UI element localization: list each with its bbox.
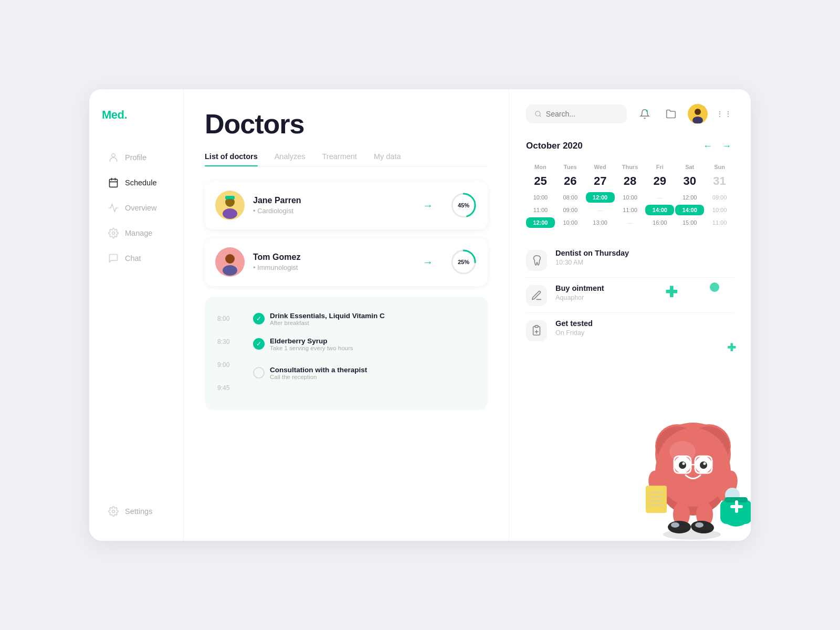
med-text-1: Elderberry Syrup Take 1 serving every tw…: [270, 337, 353, 351]
sidebar-item-chat[interactable]: Chat: [102, 248, 171, 269]
med-text-0: Drink Essentials, Liquid Vitamin C After…: [270, 312, 385, 326]
doctor-info-tom: Tom Gomez Immunologist: [253, 253, 414, 271]
day-header-sat: Sat: [675, 162, 704, 172]
notification-button[interactable]: [635, 104, 654, 123]
sidebar-label-settings: Settings: [125, 507, 152, 516]
date-25[interactable]: 25: [526, 172, 555, 190]
svg-point-57: [720, 497, 751, 527]
med-sub-2: Call the reception: [270, 374, 367, 380]
time-800: 8:00: [217, 307, 243, 330]
slot-2-3: —: [616, 217, 645, 228]
prev-month-button[interactable]: ←: [700, 139, 715, 153]
cal-times-row2: 12:00 10:00 13:00 — 16:00 15:00 11:00: [526, 217, 734, 228]
calendar-nav: ← →: [700, 139, 734, 153]
svg-point-30: [655, 424, 699, 468]
slot-2-0[interactable]: 12:00: [526, 217, 555, 228]
med-item-2: Consultation with a therapist Call the r…: [253, 360, 475, 386]
slot-0-5: 12:00: [675, 192, 704, 203]
svg-point-17: [223, 265, 237, 276]
med-item-1: ✓ Elderberry Syrup Take 1 serving every …: [253, 332, 475, 355]
task-item-1: Buy ointment Aquaphor: [526, 278, 734, 313]
date-30[interactable]: 30: [675, 172, 704, 190]
progress-ring-tom: 25%: [450, 248, 477, 276]
calendar-section: October 2020 ← → Mon Tues Wed Thurs Fri …: [526, 139, 734, 228]
slot-1-5[interactable]: 14:00: [675, 205, 704, 215]
svg-point-9: [223, 208, 237, 219]
day-header-wed: Wed: [586, 162, 615, 172]
task-sub-1: Aquaphor: [555, 294, 734, 301]
doctor-card-tom[interactable]: Tom Gomez Immunologist → 25%: [205, 238, 488, 286]
sidebar-item-overview[interactable]: Overview: [102, 197, 171, 218]
svg-rect-1: [110, 179, 118, 187]
med-entries: ✓ Drink Essentials, Liquid Vitamin C Aft…: [253, 307, 475, 400]
day-header-tues: Tues: [556, 162, 585, 172]
tasks-section: Dentist on Thursday 10:30 AM Buy ointmen…: [526, 243, 734, 348]
day-header-mon: Mon: [526, 162, 555, 172]
nav-items: Profile Schedule Overview Manage: [102, 147, 171, 501]
sidebar: Med. Profile Schedule Overview: [89, 89, 184, 541]
calendar-day-headers: Mon Tues Wed Thurs Fri Sat Sun: [526, 162, 734, 172]
avatar-tom: [215, 247, 245, 277]
sidebar-item-schedule[interactable]: Schedule: [102, 172, 171, 193]
svg-point-39: [695, 456, 712, 473]
slot-1-3: 11:00: [616, 205, 645, 215]
task-sub-2: On Friday: [555, 329, 734, 337]
time-830: 8:30: [217, 330, 243, 353]
more-button[interactable]: ⋮⋮: [715, 104, 734, 123]
cal-times-row0: 10:00 08:00 12:00 10:00 — 12:00 09:00: [526, 192, 734, 203]
date-27[interactable]: 27: [586, 172, 615, 190]
sidebar-item-profile[interactable]: Profile: [102, 147, 171, 168]
sidebar-label-overview: Overview: [125, 204, 156, 212]
time-entries: 8:00 8:30 9:00 9:45: [217, 307, 243, 400]
svg-rect-41: [695, 456, 712, 473]
doctor-spec-jane: Cardiologist: [253, 207, 414, 215]
svg-point-38: [674, 456, 691, 473]
tab-list-of-doctors[interactable]: List of doctors: [205, 152, 258, 166]
tab-analyzes[interactable]: Analyzes: [275, 152, 306, 166]
svg-point-6: [112, 510, 115, 513]
doctor-name-tom: Tom Gomez: [253, 253, 414, 262]
slot-0-4: —: [645, 192, 674, 203]
time-900: 9:00: [217, 353, 243, 376]
svg-rect-58: [720, 500, 751, 524]
slot-1-0: 11:00: [526, 205, 555, 215]
date-28[interactable]: 28: [616, 172, 645, 190]
doctor-info-jane: Jane Parren Cardiologist: [253, 196, 414, 215]
next-month-button[interactable]: →: [719, 139, 734, 153]
slot-1-4[interactable]: 14:00: [645, 205, 674, 215]
arrow-jane[interactable]: →: [423, 200, 433, 212]
date-26[interactable]: 26: [556, 172, 585, 190]
sidebar-item-settings[interactable]: Settings: [102, 501, 171, 522]
progress-label-jane: 45%: [458, 202, 469, 208]
day-header-sun: Sun: [705, 162, 734, 172]
sidebar-label-profile: Profile: [125, 153, 146, 162]
svg-point-0: [112, 154, 116, 158]
manage-icon: [108, 228, 119, 238]
folder-button[interactable]: [662, 104, 680, 123]
svg-point-46: [704, 463, 706, 465]
slot-1-2: —: [586, 205, 615, 215]
tab-my-data[interactable]: My data: [374, 152, 401, 166]
task-item-0: Dentist on Thursday 10:30 AM: [526, 243, 734, 278]
svg-point-35: [688, 426, 730, 468]
date-29[interactable]: 29: [645, 172, 674, 190]
task-text-1: Buy ointment Aquaphor: [555, 284, 734, 301]
app-card: Med. Profile Schedule Overview: [89, 89, 751, 541]
med-name-0: Drink Essentials, Liquid Vitamin C: [270, 312, 385, 320]
slot-0-2[interactable]: 12:00: [586, 192, 615, 203]
date-31[interactable]: 31: [705, 172, 734, 190]
arrow-tom[interactable]: →: [423, 256, 433, 268]
search-input[interactable]: [546, 110, 618, 118]
header-icons: ⋮⋮: [635, 104, 734, 124]
svg-rect-40: [674, 456, 691, 473]
svg-point-20: [536, 111, 540, 116]
user-avatar[interactable]: [688, 104, 708, 124]
sidebar-item-manage[interactable]: Manage: [102, 223, 171, 244]
task-name-1: Buy ointment: [555, 284, 734, 292]
search-box[interactable]: [526, 104, 627, 123]
svg-point-56: [695, 522, 704, 528]
svg-point-32: [655, 423, 731, 486]
tab-trearment[interactable]: Trearment: [322, 152, 357, 166]
doctor-card-jane[interactable]: Jane Parren Cardiologist → 45%: [205, 181, 488, 229]
svg-point-16: [225, 254, 235, 264]
